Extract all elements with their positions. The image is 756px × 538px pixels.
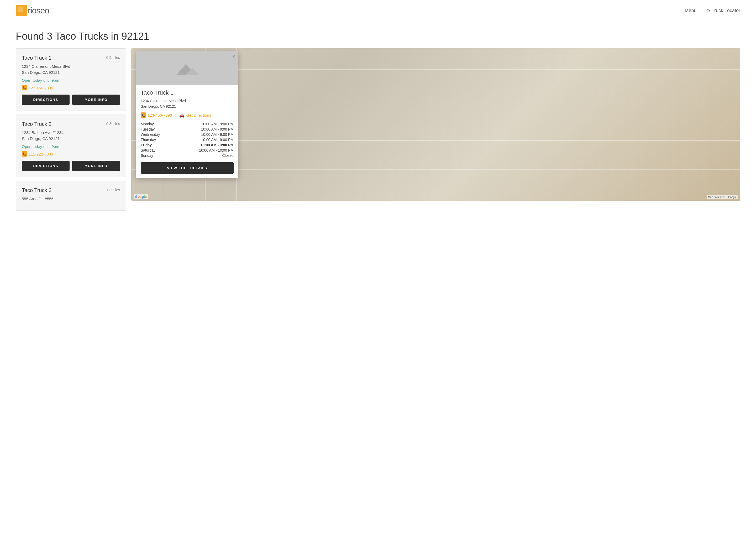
header: rioseo™ Menu ⊙ Truck Locator [0, 0, 756, 21]
logo-icon [16, 5, 27, 16]
phone-icon-1: 📞 [22, 85, 27, 90]
popup-hours-row: Friday 10:00 AM - 9:00 PM [141, 142, 234, 148]
truck-1-distance: 0.5miles [106, 55, 120, 60]
page-title: Found 3 Taco Trucks in 92121 [16, 31, 740, 42]
truck-1-hours-status: Open today until 9pm [22, 78, 120, 82]
popup-hours-row: Saturday 10:00 AM - 10:00 PM [141, 148, 234, 153]
right-panel: Google Map data ©2018 Google × Taco Truc… [131, 48, 740, 201]
truck-3-address-line1: 555 Areo Dr. #555 [22, 196, 120, 202]
popup-phone-number[interactable]: 123-456-7890 [148, 113, 172, 117]
day-name: Wednesday [141, 133, 167, 136]
popup-address-line1: 1234 Clairemont Mesa Blvd [141, 98, 234, 104]
phone-icon-2: 📞 [22, 151, 27, 157]
truck-2-directions-button[interactable]: DIRECTIONS [22, 161, 70, 171]
day-name: Thursday [141, 138, 167, 142]
truck-1-phone-number[interactable]: 123-456-7890 [28, 86, 53, 90]
popup-body: Taco Truck 1 1234 Clairemont Mesa Blvd S… [136, 85, 238, 178]
truck-1-address-line1: 1234 Clairemont Mesa Blvd [22, 64, 120, 70]
popup-address-line2: San Diego, CA 92121 [141, 104, 234, 109]
day-name: Sunday [141, 153, 167, 158]
popup-phone-icon: 📞 [141, 112, 146, 118]
truck-2-buttons: DIRECTIONS MORE INFO [22, 161, 120, 171]
truck-1-phone: 📞 123-456-7890 [22, 85, 120, 90]
day-hours: 10:00 AM - 9:00 PM [201, 143, 234, 147]
logo[interactable]: rioseo™ [16, 5, 52, 16]
truck-3-name: Taco Truck 3 [22, 187, 51, 193]
truck-1-buttons: DIRECTIONS MORE INFO [22, 94, 120, 105]
truck-2-phone-number[interactable]: 111-222-3333 [28, 152, 53, 156]
location-pin-icon: ⊙ [706, 8, 710, 13]
logo-tm: ™ [49, 8, 52, 11]
truck-2-address-line2: San Diego, CA 92121 [22, 136, 120, 142]
popup-actions: 📞 123-456-7890 🚗 Get Directions [141, 112, 234, 118]
truck-2-phone: 📞 111-222-3333 [22, 151, 120, 157]
day-hours: 10:00 AM - 9:00 PM [201, 127, 234, 131]
truck-card-2-header: Taco Truck 2 0.8miles [22, 121, 120, 127]
popup-hours: Monday 10:00 AM - 9:00 PM Tuesday 10:00 … [141, 121, 234, 158]
day-hours: 10:00 AM - 10:00 PM [199, 148, 234, 152]
day-hours: 10:00 AM - 9:00 PM [201, 122, 234, 126]
truck-2-address-line1: 1234 Balboa Ave #1234 [22, 130, 120, 136]
truck-card-3: Taco Truck 3 1.3miles 555 Areo Dr. #555 [16, 181, 126, 211]
main-content: Taco Truck 1 0.5miles 1234 Clairemont Me… [0, 48, 756, 225]
truck-2-hours-status: Open today until 9pm [22, 144, 120, 149]
day-hours: 10:00 AM - 9:00 PM [201, 138, 234, 142]
truck-locator-link[interactable]: ⊙ Truck Locator [706, 8, 740, 13]
car-icon: 🚗 [179, 113, 185, 118]
popup-hours-row: Tuesday 10:00 AM - 9:00 PM [141, 127, 234, 132]
day-hours: 10:00 AM - 9:00 PM [201, 133, 234, 136]
popup-address: 1234 Clairemont Mesa Blvd San Diego, CA … [141, 98, 234, 109]
truck-card-2: Taco Truck 2 0.8miles 1234 Balboa Ave #1… [16, 115, 126, 177]
logo-text: rioseo™ [28, 6, 52, 16]
popup-get-directions[interactable]: 🚗 Get Directions [179, 113, 211, 118]
header-nav: Menu ⊙ Truck Locator [685, 8, 740, 13]
popup-image [136, 51, 238, 85]
day-hours: Closed [222, 153, 234, 158]
truck-card-3-header: Taco Truck 3 1.3miles [22, 187, 120, 193]
map-google-logo: Google [134, 194, 148, 199]
popup-phone[interactable]: 📞 123-456-7890 [141, 112, 172, 118]
truck-1-more-info-button[interactable]: MORE INFO [72, 94, 120, 105]
menu-link[interactable]: Menu [685, 8, 697, 13]
truck-3-distance: 1.3miles [106, 188, 120, 192]
truck-1-address: 1234 Clairemont Mesa Blvd San Diego, CA … [22, 64, 120, 76]
image-placeholder-icon [171, 59, 203, 77]
day-name: Monday [141, 122, 167, 126]
truck-1-address-line2: San Diego, CA 92121 [22, 70, 120, 76]
popup-truck-name: Taco Truck 1 [141, 89, 234, 96]
day-name: Tuesday [141, 127, 167, 131]
truck-2-address: 1234 Balboa Ave #1234 San Diego, CA 9212… [22, 130, 120, 141]
logo-square [16, 5, 27, 16]
truck-3-address: 555 Areo Dr. #555 [22, 196, 120, 202]
truck-card-1-header: Taco Truck 1 0.5miles [22, 55, 120, 61]
truck-1-directions-button[interactable]: DIRECTIONS [22, 94, 70, 105]
map-background[interactable]: Google Map data ©2018 Google × Taco Truc… [131, 48, 740, 201]
truck-card-1: Taco Truck 1 0.5miles 1234 Clairemont Me… [16, 48, 126, 111]
truck-1-name: Taco Truck 1 [22, 55, 51, 61]
google-logo-text: Google [135, 195, 147, 198]
svg-rect-1 [18, 7, 24, 12]
truck-2-more-info-button[interactable]: MORE INFO [72, 161, 120, 171]
view-full-details-button[interactable]: VIEW FULL DETAILS [141, 162, 234, 174]
info-popup: × Taco Truck 1 1234 Clairemont Mesa Blvd… [136, 51, 238, 178]
page-title-wrap: Found 3 Taco Trucks in 92121 [0, 21, 756, 48]
truck-list: Taco Truck 1 0.5miles 1234 Clairemont Me… [16, 48, 126, 214]
truck-locator-label: Truck Locator [712, 8, 740, 13]
popup-hours-row: Wednesday 10:00 AM - 9:00 PM [141, 132, 234, 137]
popup-hours-row: Thursday 10:00 AM - 9:00 PM [141, 137, 234, 142]
popup-hours-row: Sunday Closed [141, 153, 234, 158]
map-data-text: Map data ©2018 Google [707, 195, 737, 199]
day-name: Friday [141, 143, 167, 147]
popup-close-button[interactable]: × [232, 54, 235, 59]
truck-2-name: Taco Truck 2 [22, 121, 51, 127]
popup-hours-row: Monday 10:00 AM - 9:00 PM [141, 121, 234, 127]
popup-get-directions-label: Get Directions [186, 113, 211, 117]
day-name: Saturday [141, 148, 167, 152]
truck-2-distance: 0.8miles [106, 122, 120, 126]
